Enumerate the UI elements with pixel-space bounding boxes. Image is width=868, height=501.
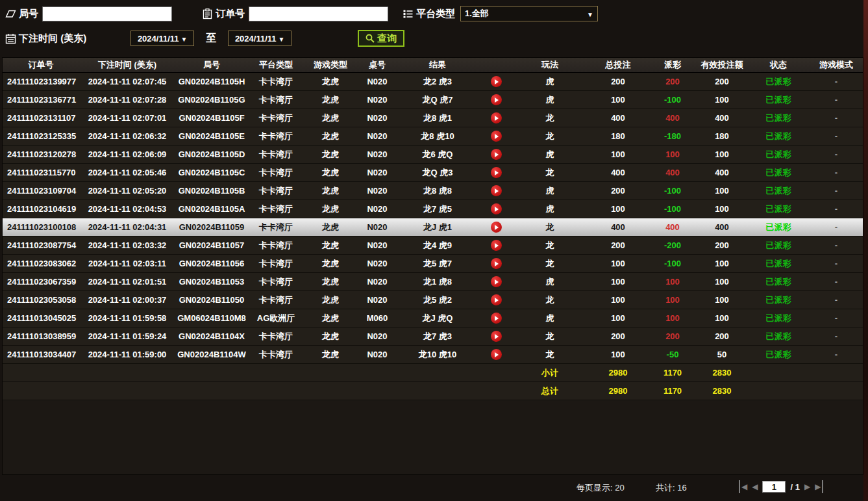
cell-order-number: 241111023125335 — [3, 131, 79, 141]
cell-status: 已派彩 — [749, 76, 808, 88]
cell-round-number: GN02024B11057 — [175, 240, 248, 250]
table-row[interactable]: 241111023120278 2024-11-11 02:06:09 GN02… — [3, 146, 863, 164]
replay-play-icon[interactable] — [491, 276, 502, 287]
replay-play-icon[interactable] — [491, 167, 502, 178]
cell-payout: -200 — [651, 240, 695, 250]
replay-play-icon[interactable] — [491, 131, 502, 142]
header-platform-type: 平台类型 — [248, 59, 304, 71]
table-row[interactable]: 241111013038959 2024-11-11 01:59:24 GN02… — [3, 328, 863, 346]
table-row[interactable]: 241111023100108 2024-11-11 02:04:31 GN02… — [3, 218, 863, 237]
grandtotal-total-bet: 2980 — [586, 386, 651, 396]
cell-platform-type: AG欧洲厅 — [248, 313, 304, 324]
replay-play-icon[interactable] — [491, 331, 502, 342]
cell-bet-time: 2024-11-11 02:05:46 — [79, 168, 175, 177]
replay-play-icon[interactable] — [491, 294, 502, 305]
total-count: 共计: 16 — [656, 482, 687, 494]
table-row[interactable]: 241111023136771 2024-11-11 02:07:28 GN02… — [3, 91, 863, 109]
prev-page-icon[interactable] — [752, 480, 758, 493]
cell-wager: 龙 — [514, 349, 586, 361]
cell-game-mode: - — [808, 186, 865, 196]
page-number-input[interactable]: 1 — [762, 481, 786, 493]
replay-play-icon[interactable] — [491, 185, 502, 196]
table-row[interactable]: 241111023067359 2024-11-11 02:01:51 GN02… — [3, 273, 863, 291]
replay-play-icon[interactable] — [491, 349, 502, 360]
cell-result: 龙7 虎3 — [397, 331, 478, 342]
replay-play-icon[interactable] — [491, 222, 502, 233]
header-status: 状态 — [749, 59, 808, 71]
cell-status: 已派彩 — [749, 349, 808, 361]
cell-result: 龙8 虎10 — [397, 131, 478, 142]
cell-replay — [478, 167, 514, 178]
cell-replay — [478, 131, 514, 142]
table-row[interactable]: 241111013045025 2024-11-11 01:59:58 GM06… — [3, 309, 863, 328]
cell-wager: 龙 — [514, 258, 586, 270]
cell-replay — [478, 222, 514, 233]
search-button[interactable]: 查询 — [358, 30, 404, 47]
cell-result: 龙5 虎2 — [397, 294, 478, 306]
header-total-bet: 总投注 — [586, 59, 651, 71]
date-from-select[interactable]: 2024/11/11 — [130, 31, 194, 46]
cell-replay — [478, 313, 514, 324]
replay-play-icon[interactable] — [491, 313, 502, 324]
replay-play-icon[interactable] — [491, 76, 502, 87]
header-valid-bet: 有效投注额 — [695, 59, 749, 71]
next-page-icon[interactable] — [804, 480, 810, 493]
first-page-icon[interactable] — [739, 480, 747, 493]
cell-game-type: 龙虎 — [304, 131, 357, 142]
replay-play-icon[interactable] — [491, 203, 502, 214]
cell-wager: 龙 — [514, 331, 586, 342]
cell-valid-bet: 100 — [695, 295, 749, 305]
table-row[interactable]: 241111023087754 2024-11-11 02:03:32 GN02… — [3, 237, 863, 255]
cell-wager: 虎 — [514, 149, 586, 161]
cell-valid-bet: 100 — [695, 204, 749, 214]
cell-order-number: 241111023136771 — [3, 95, 79, 105]
table-row[interactable]: 241111023104619 2024-11-11 02:04:53 GN02… — [3, 200, 863, 218]
round-number-label: 局号 — [19, 8, 38, 20]
cell-total-bet: 100 — [586, 277, 651, 287]
date-to-select[interactable]: 2024/11/11 — [228, 31, 291, 46]
subtotal-label: 小计 — [514, 367, 586, 379]
replay-play-icon[interactable] — [491, 94, 502, 105]
orders-table: 订单号 下注时间 (美东) 局号 平台类型 游戏类型 桌号 结果 玩法 总投注 … — [2, 57, 863, 475]
cell-platform-type: 卡卡湾厅 — [248, 240, 304, 251]
cell-game-type: 龙虎 — [304, 76, 357, 88]
cell-payout: 400 — [651, 113, 695, 123]
cell-total-bet: 100 — [586, 149, 651, 159]
replay-play-icon[interactable] — [491, 149, 502, 160]
cell-valid-bet: 50 — [695, 350, 749, 359]
cell-payout: -100 — [651, 95, 695, 105]
table-row[interactable]: 241111023139977 2024-11-11 02:07:45 GN02… — [3, 73, 863, 91]
cell-result: 龙6 虎Q — [397, 149, 478, 161]
cell-table-number: M060 — [357, 313, 397, 323]
cell-game-mode: - — [808, 131, 865, 141]
cell-game-mode: - — [808, 277, 865, 287]
table-row[interactable]: 241111013034407 2024-11-11 01:59:00 GN02… — [3, 346, 863, 364]
replay-play-icon[interactable] — [491, 112, 502, 123]
cell-total-bet: 200 — [586, 240, 651, 250]
cell-game-mode: - — [808, 350, 865, 359]
cell-game-mode: - — [808, 295, 865, 305]
last-page-icon[interactable] — [815, 480, 823, 493]
cell-round-number: GN02024B1104W — [175, 350, 248, 359]
order-number-input[interactable] — [249, 6, 388, 21]
background-edge-strip — [863, 0, 868, 501]
table-row[interactable]: 241111023131107 2024-11-11 02:07:01 GN02… — [3, 109, 863, 127]
cell-bet-time: 2024-11-11 01:59:24 — [79, 331, 175, 341]
round-number-input[interactable] — [42, 6, 172, 21]
cell-table-number: N020 — [357, 259, 397, 268]
table-row[interactable]: 241111023125335 2024-11-11 02:06:32 GN02… — [3, 127, 863, 146]
replay-play-icon[interactable] — [491, 240, 502, 251]
platform-type-select[interactable]: 1.全部 — [460, 6, 598, 21]
cell-order-number: 241111023083062 — [3, 259, 79, 268]
cell-order-number: 241111023131107 — [3, 113, 79, 123]
cell-payout: 100 — [651, 295, 695, 305]
cell-result: 龙J 虎1 — [397, 222, 478, 233]
cell-wager: 虎 — [514, 94, 586, 106]
replay-play-icon[interactable] — [491, 258, 502, 269]
table-row[interactable]: 241111023109704 2024-11-11 02:05:20 GN02… — [3, 182, 863, 200]
table-row[interactable]: 241111023115770 2024-11-11 02:05:46 GN02… — [3, 164, 863, 182]
table-row[interactable]: 241111023053058 2024-11-11 02:00:37 GN02… — [3, 291, 863, 309]
cell-valid-bet: 100 — [695, 149, 749, 159]
cell-payout: -100 — [651, 259, 695, 268]
table-row[interactable]: 241111023083062 2024-11-11 02:03:11 GN02… — [3, 255, 863, 273]
